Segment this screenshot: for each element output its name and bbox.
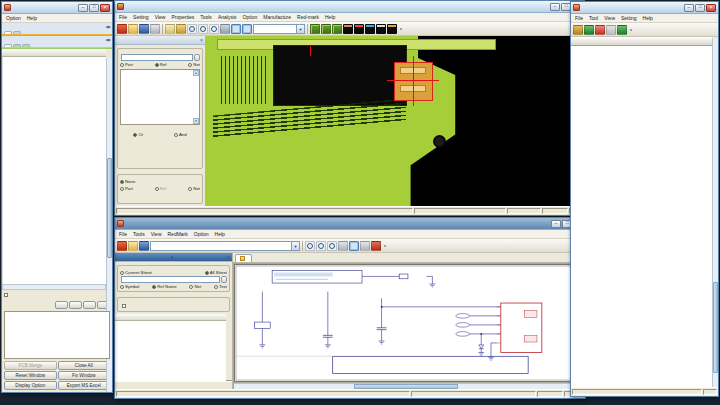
menu-item-help[interactable]: Help (27, 15, 37, 21)
first-page-button[interactable] (83, 301, 96, 309)
bom-menubar[interactable]: FileToolViewSettingHelp (571, 14, 718, 23)
zoom-window-icon[interactable] (209, 24, 219, 34)
bom-vertical-scrollbar[interactable] (712, 38, 718, 387)
menu-item-option[interactable]: Option (194, 231, 209, 237)
layer-preset-icon[interactable] (310, 24, 320, 34)
zoom-in-icon[interactable] (305, 241, 315, 251)
maximize-button[interactable] (695, 4, 705, 12)
bom-table-header[interactable] (571, 37, 712, 46)
radio-part[interactable]: Part (120, 186, 133, 191)
search-input[interactable] (121, 276, 220, 283)
layer-preset-icon[interactable] (321, 24, 331, 34)
crossprobe-table-header[interactable] (2, 49, 106, 57)
radio-net[interactable]: Net (188, 62, 200, 67)
search-type-radios[interactable]: SymbolRef NameNetText (120, 284, 227, 289)
minimize-button[interactable] (551, 220, 561, 228)
redmark-icon[interactable] (371, 241, 381, 251)
fit-view-icon[interactable] (220, 24, 230, 34)
close-button[interactable] (706, 4, 716, 12)
layer-view-icon[interactable] (231, 24, 241, 34)
menu-item-view[interactable]: View (155, 14, 166, 20)
type-a-radios[interactable]: PartRefNet (120, 62, 200, 67)
zoom-window-icon[interactable] (327, 241, 337, 251)
tab-net[interactable] (13, 44, 21, 47)
radio-or[interactable]: Or (133, 132, 143, 137)
menu-item-analysis[interactable]: Analysis (218, 14, 237, 20)
fix-window-button[interactable]: Fix Window (58, 371, 111, 380)
menu-item-tools[interactable]: Tools (200, 14, 212, 20)
app-tool-icon[interactable] (117, 241, 127, 251)
close-button[interactable] (100, 4, 110, 12)
menu-item-option[interactable]: Option (243, 14, 258, 20)
crossprobe-secondary-tabs[interactable]: ◀▶ (2, 36, 112, 47)
pcb-canvas[interactable] (206, 36, 584, 206)
resize-grip[interactable] (703, 389, 717, 395)
radio-ref[interactable]: Ref (155, 186, 167, 191)
minimize-button[interactable] (550, 3, 560, 11)
radio-and[interactable]: And (174, 132, 187, 137)
open-icon[interactable] (128, 24, 138, 34)
scroll-down-icon[interactable]: ▼ (193, 118, 199, 124)
explorer-toggle-icon[interactable] (349, 241, 359, 251)
export-icon[interactable] (617, 25, 627, 35)
type-b-none-radio[interactable]: None (120, 179, 200, 184)
save-icon[interactable] (139, 24, 149, 34)
search-button[interactable] (221, 276, 227, 283)
explorer-panel-header[interactable]: ▾ × (115, 253, 232, 262)
app-tool-icon[interactable] (117, 24, 127, 34)
next-page-button[interactable] (69, 301, 82, 309)
prev-page-button[interactable] (55, 301, 68, 309)
reset-window-button[interactable]: Reset Window (4, 371, 57, 380)
tab-reference[interactable] (4, 44, 12, 47)
schematic-canvas[interactable] (233, 253, 585, 389)
close-all-button[interactable]: Close All (58, 361, 111, 370)
edit-icon[interactable] (176, 24, 186, 34)
sheet-scope-radios[interactable]: Current SheetAll Sheet (120, 270, 227, 275)
display-option-button[interactable]: Display Option (4, 381, 57, 390)
symbol-properties-checkbox[interactable] (122, 304, 126, 308)
measure-icon[interactable] (165, 24, 175, 34)
logic-op-radios[interactable]: OrAnd (120, 132, 200, 137)
tab-scroll-arrows[interactable]: ◀▶ (106, 25, 111, 29)
menu-item-tool[interactable]: Tool (589, 15, 598, 21)
menu-item-setting[interactable]: Setting (621, 15, 637, 21)
layer-preset-icon[interactable] (343, 24, 353, 34)
menu-item-view[interactable]: View (151, 231, 162, 237)
menu-item-manufacture[interactable]: Manufacture (263, 14, 291, 20)
pcb-titlebar[interactable] (115, 1, 584, 13)
close-panel-icon[interactable]: × (227, 255, 230, 260)
menu-item-tools[interactable]: Tools (133, 231, 145, 237)
logic-menubar[interactable]: FileToolsViewRedMarkOptionHelp (115, 230, 585, 239)
menu-item-file[interactable]: File (119, 14, 127, 20)
apply-all-checkbox[interactable] (4, 293, 8, 297)
symbol-properties-checkbox-row[interactable] (120, 302, 227, 309)
menu-item-option[interactable]: Option (6, 15, 21, 21)
menu-item-setting[interactable]: Setting (133, 14, 149, 20)
explorer-table-header[interactable] (115, 314, 226, 321)
zoom-out-icon[interactable] (198, 24, 208, 34)
apply-all-checkbox-row[interactable] (2, 290, 112, 299)
menu-item-help[interactable]: Help (215, 231, 225, 237)
sheet-tab[interactable] (235, 254, 252, 262)
layer-preset-icon[interactable] (376, 24, 386, 34)
crossprobe-titlebar[interactable] (2, 2, 112, 14)
bom-table-body[interactable] (571, 46, 712, 387)
radio-current-sheet[interactable]: Current Sheet (120, 270, 152, 275)
search-button[interactable] (194, 54, 200, 61)
open-icon[interactable] (128, 241, 138, 251)
crossprobe-table-body[interactable] (2, 57, 106, 284)
print-icon[interactable] (150, 24, 160, 34)
maximize-button[interactable] (89, 4, 99, 12)
board-view-icon[interactable] (242, 24, 252, 34)
radio-text[interactable]: Text (214, 284, 227, 289)
explorer-table-body[interactable] (115, 321, 226, 381)
bom-titlebar[interactable] (571, 2, 718, 14)
radio-ref-name[interactable]: Ref Name (152, 284, 176, 289)
crossprobe-primary-tabs[interactable]: ◀▶ (2, 23, 112, 34)
zoom-in-icon[interactable] (187, 24, 197, 34)
pcb-menubar[interactable]: FileSettingViewPropertiesToolsAnalysisOp… (115, 13, 584, 22)
exit-icon[interactable] (573, 25, 583, 35)
pcb-explorer-header[interactable]: × (115, 36, 205, 45)
export-excel-icon[interactable] (584, 25, 594, 35)
sheet-combo[interactable]: ▼ (150, 241, 300, 251)
